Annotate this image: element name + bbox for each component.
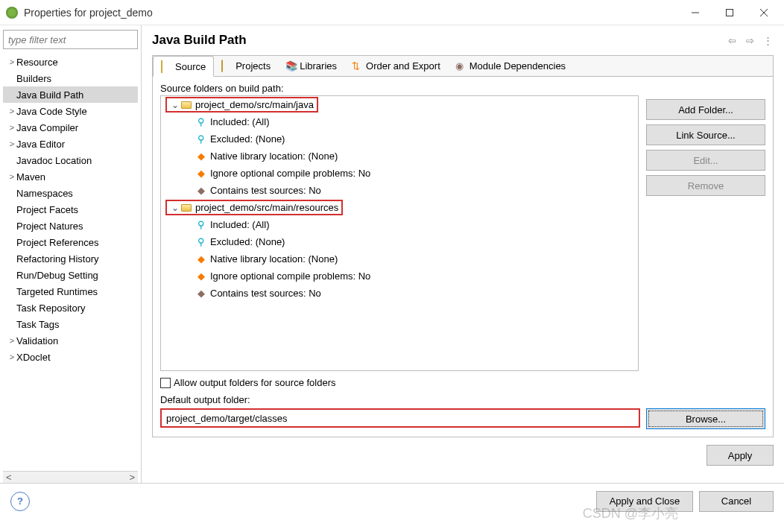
module-icon: ◉ — [455, 60, 466, 71]
default-output-label: Default output folder: — [160, 394, 639, 405]
source-folders-label: Source folders on build path: — [160, 83, 639, 94]
scroll-right-icon[interactable]: > — [129, 472, 135, 483]
default-output-input[interactable] — [160, 408, 640, 428]
source-folder[interactable]: ⌄project_demo/src/main/java — [161, 96, 638, 113]
menu-icon[interactable]: ⋮ — [762, 34, 774, 46]
nav-item-java-compiler[interactable]: >Java Compiler — [3, 119, 138, 136]
nav-item-javadoc-location[interactable]: Javadoc Location — [3, 152, 138, 168]
tab-libraries[interactable]: 📚Libraries — [278, 55, 344, 76]
forward-icon[interactable]: ⇨ — [744, 34, 756, 46]
nav-item-refactoring-history[interactable]: Refactoring History — [3, 250, 138, 267]
nav-item-project-natures[interactable]: Project Natures — [3, 218, 138, 234]
add-folder-button[interactable]: Add Folder... — [646, 99, 765, 120]
cancel-button[interactable]: Cancel — [699, 491, 774, 512]
horizontal-scrollbar[interactable]: < > — [3, 471, 138, 483]
maximize-button[interactable] — [712, 1, 747, 25]
allow-output-checkbox[interactable] — [160, 378, 171, 388]
nav-item-validation[interactable]: >Validation — [3, 332, 138, 349]
page-title: Java Build Path — [152, 33, 726, 48]
order-icon: ⇅ — [352, 60, 362, 71]
window-title: Properties for project_demo — [24, 7, 678, 19]
source-folder-detail[interactable]: ◆Contains test sources: No — [161, 285, 638, 302]
help-button[interactable]: ? — [10, 492, 30, 511]
browse-button[interactable]: Browse... — [646, 408, 765, 429]
scroll-left-icon[interactable]: < — [6, 472, 12, 483]
source-folder-detail[interactable]: ◆Native library location: (None) — [161, 250, 638, 267]
nav-item-maven[interactable]: >Maven — [3, 168, 138, 185]
content-panel: Java Build Path ⇦ ⇨ ⋮ Source Projects 📚L… — [142, 25, 784, 483]
source-folder-detail[interactable]: ⚲Excluded: (None) — [161, 130, 638, 148]
source-folder-detail[interactable]: ◆Ignore optional compile problems: No — [161, 267, 638, 285]
source-folder[interactable]: ⌄project_demo/src/main/resources — [161, 199, 638, 216]
minimize-button[interactable] — [678, 1, 712, 25]
source-folders-tree[interactable]: ⌄project_demo/src/main/java⚲Included: (A… — [160, 95, 639, 371]
source-folder-detail[interactable]: ⚲Excluded: (None) — [161, 233, 638, 250]
nav-item-run-debug-setting[interactable]: Run/Debug Setting — [3, 267, 138, 283]
libraries-icon: 📚 — [285, 60, 296, 71]
nav-item-namespaces[interactable]: Namespaces — [3, 185, 138, 201]
app-icon — [6, 7, 18, 19]
nav-tree-panel: >ResourceBuildersJava Build Path>Java Co… — [0, 25, 142, 483]
source-folder-detail[interactable]: ⚲Included: (All) — [161, 216, 638, 233]
nav-tree[interactable]: >ResourceBuildersJava Build Path>Java Co… — [3, 54, 138, 471]
back-icon[interactable]: ⇦ — [726, 34, 738, 46]
source-folder-detail[interactable]: ◆Contains test sources: No — [161, 182, 638, 199]
source-folder-detail[interactable]: ◆Ignore optional compile problems: No — [161, 165, 638, 182]
nav-item-java-editor[interactable]: >Java Editor — [3, 136, 138, 152]
edit-button[interactable]: Edit... — [646, 150, 765, 171]
nav-item-project-facets[interactable]: Project Facets — [3, 201, 138, 218]
source-folder-detail[interactable]: ◆Native library location: (None) — [161, 148, 638, 165]
nav-item-resource[interactable]: >Resource — [3, 54, 138, 70]
nav-item-xdoclet[interactable]: >XDoclet — [3, 349, 138, 365]
tab-projects[interactable]: Projects — [214, 55, 278, 76]
titlebar: Properties for project_demo — [0, 0, 784, 25]
nav-item-java-build-path[interactable]: Java Build Path — [3, 86, 138, 103]
close-button[interactable] — [747, 1, 781, 25]
nav-item-task-tags[interactable]: Task Tags — [3, 316, 138, 332]
nav-item-targeted-runtimes[interactable]: Targeted Runtimes — [3, 283, 138, 300]
filter-input[interactable] — [3, 30, 138, 49]
apply-button[interactable]: Apply — [706, 445, 774, 466]
tab-folder: Source Projects 📚Libraries ⇅Order and Ex… — [152, 55, 774, 437]
allow-output-label: Allow output folders for source folders — [174, 377, 336, 388]
source-folder-detail[interactable]: ⚲Included: (All) — [161, 113, 638, 130]
nav-item-task-repository[interactable]: Task Repository — [3, 300, 138, 316]
watermark: CSDN @李小亮 — [583, 504, 678, 522]
tab-source[interactable]: Source — [153, 56, 214, 77]
nav-item-builders[interactable]: Builders — [3, 70, 138, 86]
nav-item-project-references[interactable]: Project References — [3, 234, 138, 250]
remove-button[interactable]: Remove — [646, 175, 765, 196]
tab-module[interactable]: ◉Module Dependencies — [448, 55, 573, 76]
link-source-button[interactable]: Link Source... — [646, 124, 765, 145]
tab-order[interactable]: ⇅Order and Export — [344, 55, 448, 76]
nav-item-java-code-style[interactable]: >Java Code Style — [3, 103, 138, 119]
svg-rect-1 — [727, 9, 733, 16]
bottom-bar: ? CSDN @李小亮 Apply and Close Cancel — [0, 483, 784, 519]
